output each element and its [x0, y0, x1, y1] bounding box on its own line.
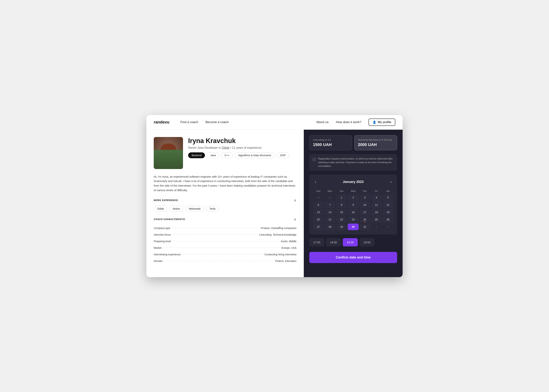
char-value: Junior, Middle [281, 240, 296, 243]
profile-subtitle: Senior Java Developer in Gitlab • 11 yea… [188, 146, 296, 149]
work-company-tag: Metamask [185, 206, 204, 212]
calendar-day[interactable]: 11 [371, 202, 382, 208]
navbar: randevu Find a coach Become a coach Abou… [146, 115, 403, 130]
nav-find-coach[interactable]: Find a coach [180, 120, 198, 124]
pricing-card-price: 2000 UAH [358, 142, 394, 147]
calendar-day[interactable]: 10 [359, 202, 370, 208]
calendar-day-header: Tue [336, 189, 347, 194]
time-slots: 17:3018:0018:3019:00 [309, 238, 397, 246]
time-slot[interactable]: 18:30 [343, 238, 358, 246]
calendar-day[interactable]: 18 [371, 209, 382, 216]
svg-point-2 [157, 162, 179, 169]
info-text: Registration requires authorization, to … [318, 157, 394, 168]
characteristics: Company type Product, Outstaffing compan… [154, 225, 296, 264]
subtitle-suffix: • 11 years of experience [229, 146, 261, 149]
work-experience-chevron-icon[interactable]: ∧ [294, 198, 296, 203]
calendar-day[interactable]: 17 [359, 209, 370, 216]
profile-info: Iryna Kravchuk Senior Java Developer in … [188, 137, 296, 160]
time-slot[interactable]: 19:00 [359, 238, 375, 246]
calendar-day-header: Wed [348, 189, 359, 194]
calendar-day[interactable]: 5 [383, 194, 394, 201]
svg-point-10 [165, 154, 166, 154]
time-slot[interactable]: 18:00 [326, 238, 341, 246]
coach-char-chevron-icon[interactable]: ∧ [294, 217, 296, 222]
profile-tags: BackendJavaC++Algorithms & Data Structur… [188, 152, 296, 158]
svg-point-6 [164, 153, 167, 155]
char-dots [172, 228, 259, 228]
user-icon: 👤 [373, 120, 376, 124]
profile-button[interactable]: 👤 My profile [369, 119, 395, 126]
calendar-day[interactable]: 25 [371, 216, 382, 223]
char-row: Company type Product, Outstaffing compan… [154, 225, 296, 231]
pricing-card[interactable]: Livecoding (1 hr) 1500 UAH [309, 135, 352, 150]
profile-name: Iryna Kravchuk [188, 137, 296, 145]
pricing-row: Livecoding (1 hr) 1500 UAH Technical int… [309, 135, 397, 150]
calendar-day[interactable]: 20 [313, 216, 324, 223]
calendar-day[interactable]: 19 [383, 209, 394, 216]
calendar-day[interactable]: 15 [336, 209, 347, 216]
calendar-day: 30 [313, 194, 324, 201]
char-label: Company type [154, 227, 170, 230]
info-icon: ⓘ [313, 157, 316, 168]
time-slot[interactable]: 17:30 [309, 238, 324, 246]
calendar-day[interactable]: 3 [359, 194, 370, 201]
calendar-day[interactable]: 16 [348, 209, 359, 216]
char-value: Conducting hiring interviews [264, 253, 296, 256]
calendar-day[interactable]: 27 [313, 224, 324, 230]
calendar-day[interactable]: 13 [313, 209, 324, 216]
info-box: ⓘ Registration requires authorization, t… [309, 154, 397, 171]
work-company-tag: Notion [169, 206, 183, 212]
confirm-button[interactable]: Confirm date and time [309, 252, 397, 263]
work-company-tag: Tesla [206, 206, 219, 212]
pricing-card-label: Technical interview (1 hr 30 min) [358, 139, 394, 141]
app-container: randevu Find a coach Become a coach Abou… [146, 115, 403, 277]
calendar-day[interactable]: 1 [336, 194, 347, 201]
calendar-day[interactable]: 21 [324, 216, 335, 223]
svg-point-11 [171, 154, 172, 154]
calendar-day[interactable]: 6 [313, 202, 324, 208]
calendar-day[interactable]: 14 [324, 209, 335, 216]
calendar-day[interactable]: 26 [383, 216, 394, 223]
calendar-day[interactable]: 31 [359, 224, 370, 230]
bio-text: Hi, I'm Iryna, an experienced software e… [154, 175, 296, 193]
svg-rect-0 [154, 137, 183, 169]
calendar-prev-button[interactable]: ‹ [313, 179, 318, 185]
nav-how-it-works[interactable]: How does it work? [336, 120, 361, 124]
calendar-day[interactable]: 28 [324, 224, 335, 230]
char-dots [182, 254, 263, 254]
calendar-day[interactable]: 23 [348, 216, 359, 223]
work-experience-section-header: WORK EXPERIENCE ∧ [154, 198, 296, 203]
calendar-day[interactable]: 7 [324, 202, 335, 208]
char-label: Interview focus [154, 233, 171, 236]
char-label: Domain [154, 259, 162, 262]
profile-tag: OOP [276, 152, 289, 158]
profile-tag: Backend [188, 152, 205, 158]
svg-point-8 [164, 154, 166, 155]
calendar-day[interactable]: 12 [383, 202, 394, 208]
svg-point-7 [170, 153, 173, 155]
pricing-card[interactable]: Technical interview (1 hr 30 min) 2000 U… [354, 135, 397, 150]
char-label: Market [154, 246, 162, 249]
calendar-day[interactable]: 2 [348, 194, 359, 201]
char-dots [163, 248, 280, 248]
calendar-next-button[interactable]: › [388, 179, 394, 185]
calendar-day: 31 [324, 194, 335, 201]
pricing-card-label: Livecoding (1 hr) [313, 139, 348, 141]
profile-header: Iryna Kravchuk Senior Java Developer in … [154, 137, 296, 169]
avatar [154, 137, 183, 169]
calendar-day-header: Sat [383, 189, 394, 194]
nav-become-coach[interactable]: Become a coach [205, 120, 229, 124]
calendar-day[interactable]: 30 [348, 224, 359, 230]
nav-about-us[interactable]: About us [316, 120, 329, 124]
profile-tag: C++ [221, 152, 233, 158]
calendar-day[interactable]: 8 [336, 202, 347, 208]
calendar-day-header: Mon [324, 189, 335, 194]
calendar-day-header: Thu [359, 189, 370, 194]
char-value: Fintech, Education [275, 259, 296, 262]
profile-tag: Java [207, 152, 219, 158]
calendar-day[interactable]: 22 [336, 216, 347, 223]
calendar-day[interactable]: 9 [348, 202, 359, 208]
calendar-day[interactable]: 24 [359, 216, 370, 223]
calendar-day[interactable]: 4 [371, 194, 382, 201]
calendar-day[interactable]: 29 [336, 224, 347, 230]
